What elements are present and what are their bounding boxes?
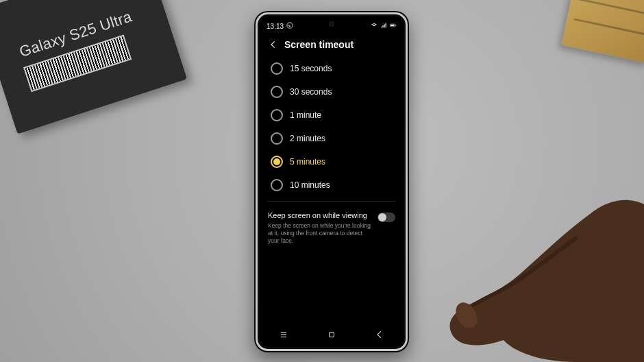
option-30-seconds[interactable]: 30 seconds — [262, 80, 401, 104]
radio-icon — [271, 62, 283, 75]
option-10-minutes[interactable]: 10 minutes — [262, 173, 401, 197]
nav-recents-button[interactable] — [273, 328, 294, 341]
option-label: 30 seconds — [290, 87, 332, 97]
wifi-icon — [371, 22, 377, 30]
svg-rect-7 — [330, 333, 334, 337]
radio-icon — [271, 132, 283, 145]
app-header: Screen timeout — [260, 32, 404, 56]
option-label: 1 minute — [290, 110, 321, 120]
nav-back-button[interactable] — [369, 328, 390, 341]
page-title: Screen timeout — [284, 39, 354, 50]
keep-screen-on-toggle[interactable] — [377, 213, 395, 222]
phone: 13:13 Screen timeout — [254, 11, 409, 352]
option-label: 2 minutes — [290, 134, 325, 143]
radio-icon — [271, 156, 283, 168]
option-label: 5 minutes — [290, 157, 325, 167]
option-label: 15 seconds — [290, 64, 332, 73]
keep-screen-on-title: Keep screen on while viewing — [268, 211, 371, 221]
nav-home-button[interactable] — [321, 328, 342, 341]
option-15-seconds[interactable]: 15 seconds — [262, 57, 401, 80]
whatsapp-icon — [286, 22, 293, 30]
svg-rect-3 — [395, 25, 396, 26]
radio-icon — [271, 109, 283, 121]
signal-icon — [380, 22, 387, 30]
divider — [268, 201, 395, 202]
phone-screen: 13:13 Screen timeout — [260, 16, 404, 347]
battery-icon — [390, 22, 397, 30]
svg-rect-2 — [391, 25, 394, 26]
radio-icon — [271, 179, 283, 191]
nav-bar — [260, 325, 404, 347]
keep-screen-on-row[interactable]: Keep screen on while viewing Keep the sc… — [260, 206, 404, 250]
timeout-options-list: 15 seconds 30 seconds 1 minute 2 minutes… — [260, 56, 404, 197]
option-label: 10 minutes — [290, 180, 330, 190]
option-1-minute[interactable]: 1 minute — [262, 104, 401, 127]
status-time: 13:13 — [267, 23, 284, 30]
keep-screen-on-description: Keep the screen on while you're looking … — [268, 222, 371, 245]
front-camera-hole — [329, 21, 334, 27]
back-button[interactable] — [268, 39, 279, 50]
option-2-minutes[interactable]: 2 minutes — [262, 127, 401, 150]
radio-icon — [271, 86, 283, 98]
svg-point-0 — [287, 23, 293, 28]
option-5-minutes[interactable]: 5 minutes — [262, 150, 401, 173]
